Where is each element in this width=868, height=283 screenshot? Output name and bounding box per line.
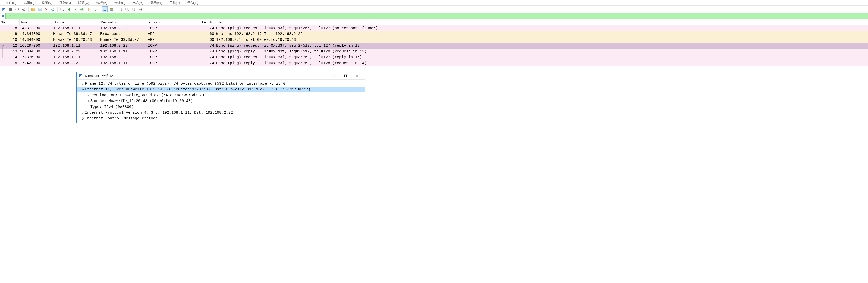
column-no[interactable]: No. (0, 19, 20, 25)
cell-length: 60 (202, 37, 216, 43)
cell-protocol: ICMP (148, 25, 202, 31)
cell-length: 74 (202, 49, 216, 55)
menu-analyze[interactable]: 分析(A) (93, 0, 111, 6)
cell-source: 192.168.1.11 (53, 43, 100, 49)
cell-destination: HuaweiTe_39:3d:e7 (100, 37, 148, 43)
zoom-out-icon[interactable] (124, 6, 130, 12)
cell-destination: 192.168.1.11 (100, 49, 148, 55)
go-to-packet-icon[interactable] (79, 6, 85, 12)
column-time[interactable]: Time (20, 19, 53, 25)
column-destination[interactable]: Destination (100, 19, 148, 25)
cell-no: 9 (0, 31, 20, 37)
cell-info: Echo (ping) request id=0x8e3f, seq=3/768… (216, 55, 868, 60)
cell-no: 14 (0, 55, 20, 60)
display-filter-input[interactable] (6, 14, 868, 18)
cell-time: 14.312000 (20, 25, 53, 31)
cell-protocol: ICMP (148, 43, 202, 49)
toolbar: 1 (0, 6, 868, 13)
save-file-icon[interactable] (37, 6, 43, 12)
cell-protocol: ICMP (148, 60, 202, 66)
cell-no: 15 (0, 60, 20, 66)
capture-options-icon[interactable] (21, 6, 27, 12)
svg-point-2 (23, 9, 24, 10)
cell-length: 74 (202, 43, 216, 49)
filter-bookmark-button[interactable] (0, 13, 6, 19)
packet-row[interactable]: 1216.297000192.168.1.11192.168.2.22ICMP7… (0, 43, 868, 49)
cell-destination: 192.168.2.22 (100, 55, 148, 60)
menu-go[interactable]: 跳转(G) (56, 0, 74, 6)
cell-no: 13 (0, 49, 20, 55)
cell-time: 14.344000 (20, 37, 53, 43)
svg-rect-9 (110, 8, 113, 9)
packet-row[interactable]: 914.344000HuaweiTe_39:3d:e7BroadcastARP6… (0, 31, 868, 37)
cell-destination: 192.168.2.22 (100, 25, 148, 31)
close-file-icon[interactable] (43, 6, 49, 12)
packet-row[interactable]: 1316.344000192.168.2.22192.168.1.11ICMP7… (0, 49, 868, 55)
go-last-icon[interactable] (92, 6, 98, 12)
toolbar-separator (116, 7, 116, 12)
menu-edit[interactable]: 编辑(E) (20, 0, 38, 6)
cell-destination: 192.168.1.11 (100, 60, 148, 66)
cell-no: 8 (0, 25, 20, 31)
svg-rect-11 (110, 10, 113, 11)
open-file-icon[interactable] (30, 6, 36, 12)
cell-destination: Broadcast (100, 31, 148, 37)
menu-capture[interactable]: 捕获(C) (74, 0, 93, 6)
menu-statistics[interactable]: 统计(S) (111, 0, 129, 6)
display-filter-bar (0, 13, 868, 19)
cell-source: HuaweiTe_19:20:43 (53, 37, 100, 43)
column-length[interactable]: Length (202, 19, 216, 25)
packet-row[interactable]: 814.312000192.168.1.11192.168.2.22ICMP74… (0, 25, 868, 31)
find-packet-icon[interactable] (59, 6, 65, 12)
auto-scroll-icon[interactable] (101, 6, 107, 12)
toolbar-separator (28, 7, 29, 12)
go-forward-icon[interactable] (72, 6, 79, 12)
cell-time: 16.297000 (20, 43, 53, 49)
packet-list-header[interactable]: No. Time Source Destination Protocol Len… (0, 19, 868, 25)
cell-time: 14.344000 (20, 31, 53, 37)
zoom-in-icon[interactable] (118, 6, 124, 12)
cell-length: 74 (202, 55, 216, 60)
restart-capture-icon[interactable] (14, 6, 20, 12)
menu-telephony[interactable]: 电话(Y) (129, 0, 147, 6)
go-first-icon[interactable] (86, 6, 92, 12)
packet-row[interactable]: 1014.344000HuaweiTe_19:20:43HuaweiTe_39:… (0, 37, 868, 43)
start-capture-icon[interactable] (1, 6, 7, 12)
svg-text:1: 1 (133, 8, 134, 10)
svg-rect-10 (110, 9, 113, 10)
stop-capture-icon[interactable] (8, 6, 14, 12)
menu-bar: 文件(F) 编辑(E) 视图(V) 跳转(G) 捕获(C) 分析(A) 统计(S… (0, 0, 868, 6)
packet-list-pane: No. Time Source Destination Protocol Len… (0, 19, 868, 66)
menu-wireless[interactable]: 无线(W) (147, 0, 166, 6)
column-info[interactable]: Info (216, 19, 868, 25)
column-protocol[interactable]: Protocol (148, 19, 202, 25)
menu-tools[interactable]: 工具(T) (166, 0, 184, 6)
resize-columns-icon[interactable] (137, 6, 143, 12)
cell-time: 16.344000 (20, 49, 53, 55)
reload-file-icon[interactable] (50, 6, 56, 12)
zoom-reset-icon[interactable]: 1 (131, 6, 137, 12)
svg-rect-4 (39, 8, 41, 9)
cell-protocol: ARP (148, 31, 202, 37)
go-back-icon[interactable] (66, 6, 72, 12)
cell-time: 17.375000 (20, 55, 53, 60)
menu-file[interactable]: 文件(F) (2, 0, 20, 6)
cell-source: 192.168.2.22 (53, 60, 100, 66)
cell-protocol: ICMP (148, 49, 202, 55)
menu-view[interactable]: 视图(V) (38, 0, 56, 6)
cell-info: 192.168.2.1 is at 00:e0:fc:19:20:43 (216, 37, 868, 43)
colorize-icon[interactable] (108, 6, 114, 12)
cell-length: 74 (202, 25, 216, 31)
cell-protocol: ARP (148, 37, 202, 43)
menu-help[interactable]: 帮助(H) (184, 0, 202, 6)
column-source[interactable]: Source (53, 19, 100, 25)
svg-rect-0 (9, 8, 12, 11)
cell-info: Who has 192.168.2.1? Tell 192.168.2.22 (216, 31, 868, 37)
packet-row[interactable]: 1417.375000192.168.1.11192.168.2.22ICMP7… (0, 55, 868, 60)
toolbar-separator (100, 7, 100, 12)
cell-source: HuaweiTe_39:3d:e7 (53, 31, 100, 37)
packet-row[interactable]: 1517.422000192.168.2.22192.168.1.11ICMP7… (0, 60, 868, 66)
cell-length: 60 (202, 31, 216, 37)
cell-length: 74 (202, 60, 216, 66)
cell-source: 192.168.2.22 (53, 49, 100, 55)
